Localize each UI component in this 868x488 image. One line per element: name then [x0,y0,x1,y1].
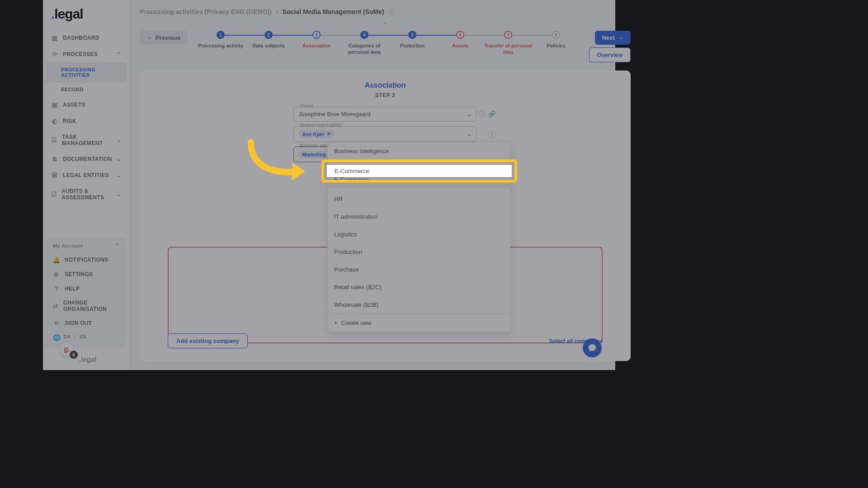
nav-label: Dashboard [63,35,99,41]
breadcrumb-current: Social Media Management (SoMe) [283,8,384,15]
lang-en[interactable]: EN [80,334,86,341]
sidebar-nav: ▦Dashboard ⟳Processes⌃ Processing Activi… [43,28,129,235]
gear-icon: ⚙ [53,271,60,278]
dropdown-option[interactable]: Business intelligence [328,142,510,160]
swap-icon: ⇄ [53,302,59,310]
step-label: Assets [452,42,468,49]
language-switch[interactable]: 🌐 DA | EN [49,330,123,345]
guide-badge-count: 6 [70,351,78,359]
step-label: Data subjects [252,42,285,49]
dropdown-option[interactable]: Retail sales (B2C) [328,278,510,296]
nav-record[interactable]: Record [46,82,127,97]
breadcrumb-parent[interactable]: Processing activities (Privacy ENG (DEMO… [140,8,272,15]
footer-logo: .legal.legal [43,351,129,370]
step-2[interactable]: 2Data subjects [245,31,292,49]
chevron-down-icon: ⌄ [117,156,121,162]
link-icon[interactable]: 🔗 [488,111,495,118]
step-label: Protection [400,42,425,49]
account-settings[interactable]: ⚙Settings [49,267,123,282]
chevron-down-icon: ⌄ [467,131,472,137]
info-icon[interactable]: i [478,111,486,118]
dropdown-option[interactable]: IT administration [328,208,510,225]
step-label: Processing activity [198,42,243,49]
step-8[interactable]: 8Policies [532,31,580,49]
nav-task-management[interactable]: ☰Task Management⌄ [46,129,127,151]
nav-processing-activities[interactable]: Processing Activities [46,62,127,82]
chevron-up-icon[interactable]: ⌃ [115,243,120,249]
info-icon[interactable]: i [488,131,495,138]
nav-label: Task Management [62,134,112,146]
stepper-collapse-icon[interactable]: ⌄ [130,19,641,27]
shared-responsibility-field: Shared responsibility Ane Kjær✕ ⌄ i [293,126,476,142]
step-circle: 5 [408,31,416,39]
step-circle: 1 [217,31,225,39]
step-5[interactable]: 5Protection [388,31,436,49]
logo: ..legallegal [43,0,129,28]
shared-chip: Ane Kjær✕ [298,130,335,138]
dropdown-option[interactable]: Production [328,243,510,261]
nav-label: Processes [63,51,98,57]
nav-processes[interactable]: ⟳Processes⌃ [46,46,127,62]
nav-assets[interactable]: ▣Assets [46,97,127,113]
sidebar: ..legallegal ▦Dashboard ⟳Processes⌃ Proc… [43,0,130,370]
add-existing-company-button[interactable]: Add existing company [168,333,248,348]
lang-da[interactable]: DA [64,334,71,341]
step-3[interactable]: 3Association [292,31,340,49]
bottom-actions: Add existing company Select all companie… [168,333,603,348]
breadcrumb: Processing activities (Privacy ENG (DEMO… [130,0,641,19]
dropdown-option[interactable]: Wholesale (B2B) [328,296,510,314]
dropdown-create-new[interactable]: +Create new [328,314,510,332]
chat-icon [587,343,597,353]
step-7[interactable]: 7Transfer of personal data [484,31,532,56]
dropdown-option[interactable]: HR [328,190,510,208]
logout-icon: ⎋ [53,319,60,327]
previous-button[interactable]: ←Previous [140,31,188,45]
nav-label: Audits & Assessments [61,188,112,201]
step-circle: 7 [504,31,512,39]
step-6[interactable]: 6Assets [436,31,484,49]
chevron-right-icon: › [276,9,278,15]
nav-documentation[interactable]: 🗎Documentation⌄ [46,151,127,167]
step-label: Association [302,42,330,49]
next-button[interactable]: Next→ [595,31,631,45]
overview-button[interactable]: Overview [589,47,631,62]
dropdown-option[interactable]: Logistics [328,225,510,243]
nav-risk[interactable]: ◐Risk [46,113,127,129]
checklist-icon: ☑ [51,191,57,198]
stepper: 1Processing activity2Data subjects3Assoc… [188,31,589,56]
owner-value: Josephine Broe Moesgaard [298,111,370,117]
chip-remove-icon[interactable]: ✕ [327,131,331,137]
step-circle: 4 [360,31,368,39]
account-notifications[interactable]: 🔔Notifications [49,253,123,267]
gauge-icon: ◐ [51,117,58,125]
page-title: Association [153,81,617,89]
app-viewport: ..legallegal ▦Dashboard ⟳Processes⌃ Proc… [43,0,615,370]
arrow-right-icon: → [618,34,623,41]
process-icon: ⟳ [51,51,58,58]
account-help[interactable]: ?Help [49,282,123,296]
account-sign-out[interactable]: ⎋Sign Out [49,316,123,330]
dropdown-option[interactable]: Purchase [328,261,510,278]
step-4[interactable]: 4Categories of personal data [340,31,388,56]
nav-label: Processing Activities [61,67,121,78]
nav-audits[interactable]: ☑Audits & Assessments⌄ [46,183,127,205]
nav-dashboard[interactable]: ▦Dashboard [46,30,127,46]
info-icon[interactable]: i [389,9,396,15]
chevron-down-icon: ⌄ [117,172,121,178]
chat-fab[interactable] [583,338,602,357]
step-label: Transfer of personal data [484,42,532,56]
dropdown-option[interactable] [328,160,510,171]
toolbar: ←Previous 1Processing activity2Data subj… [130,27,641,62]
chevron-down-icon: ⌄ [117,137,121,143]
nav-legal-entities[interactable]: 🏛Legal Entities⌄ [46,167,127,183]
step-subtitle: Step 3 [153,92,617,99]
nav-label: Assets [63,102,85,108]
owner-select[interactable]: Josephine Broe Moesgaard ⌄ [293,107,476,122]
step-1[interactable]: 1Processing activity [197,31,245,49]
step-label: Policies [547,42,566,49]
dropdown-option-ecommerce[interactable]: E-Commerce [328,171,510,188]
globe-icon: 🌐 [53,334,60,341]
shared-select[interactable]: Ane Kjær✕ ⌄ [293,126,476,142]
account-change-org[interactable]: ⇄Change Organisation [49,296,123,316]
bell-icon: 🔔 [53,256,60,263]
